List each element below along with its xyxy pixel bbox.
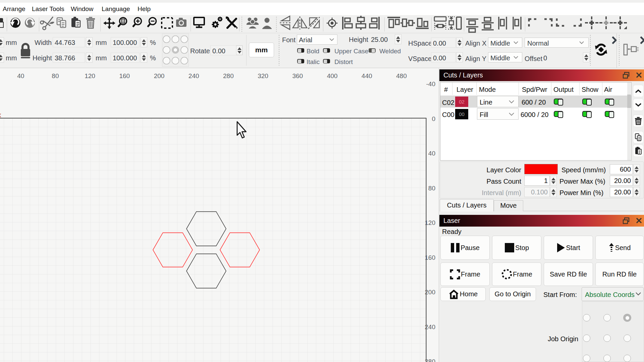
svg-text:x: x xyxy=(0,111,1,119)
svg-text:80: 80 xyxy=(428,185,435,192)
svg-text:320: 320 xyxy=(258,72,268,79)
svg-text:440: 440 xyxy=(362,72,372,79)
svg-text:200: 200 xyxy=(154,72,165,79)
svg-text:40: 40 xyxy=(428,150,435,157)
svg-text:-40: -40 xyxy=(426,80,435,87)
svg-text:200: 200 xyxy=(425,289,435,296)
svg-text:240: 240 xyxy=(425,323,435,330)
svg-text:280: 280 xyxy=(223,72,234,79)
svg-text:360: 360 xyxy=(292,72,303,79)
svg-text:120: 120 xyxy=(425,219,435,226)
svg-text:160: 160 xyxy=(119,72,130,79)
svg-text:120: 120 xyxy=(85,72,95,79)
svg-text:160: 160 xyxy=(425,254,435,261)
svg-text:480: 480 xyxy=(396,72,407,79)
svg-text:400: 400 xyxy=(327,72,338,79)
svg-text:280: 280 xyxy=(425,358,435,362)
svg-text:80: 80 xyxy=(52,72,59,79)
svg-text:0: 0 xyxy=(432,115,435,122)
svg-text:240: 240 xyxy=(189,72,199,79)
svg-text:40: 40 xyxy=(17,72,24,79)
